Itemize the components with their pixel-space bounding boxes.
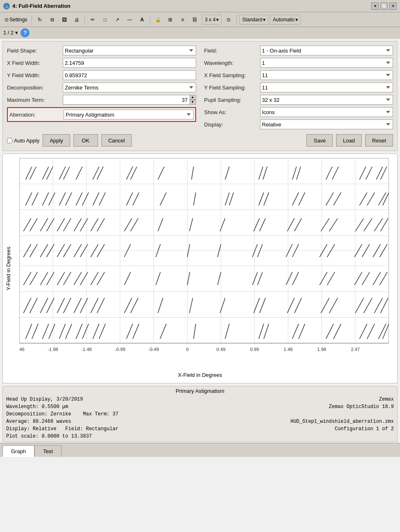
toolbar-separator [32, 15, 32, 24]
info-line-1: Head Up Display, 3/20/2019 [6, 396, 199, 403]
reset-view-button[interactable]: ⊙ [223, 14, 234, 25]
x-field-sampling-select[interactable]: 11 [260, 70, 393, 80]
restore-button[interactable]: ⬜ [380, 2, 388, 10]
show-as-select[interactable]: Icons [260, 107, 393, 117]
maximum-term-row: Maximum Term: ▲ ▼ [7, 95, 196, 105]
y-field-width-input[interactable] [63, 70, 196, 80]
nav-bar: 1 / 2 ▾ ? [0, 27, 400, 39]
copy-button[interactable]: ⧉ [47, 14, 57, 25]
field-select[interactable]: 1 - On-axis Field [260, 46, 393, 55]
title-bar: △ 4: Full-Field Aberration ▾ ⬜ ✕ [0, 0, 400, 12]
text-tool-button[interactable]: A [137, 14, 147, 25]
save-image-button[interactable]: 🖼 [59, 14, 70, 25]
refresh-button[interactable]: ↻ [34, 14, 45, 25]
display-select[interactable]: Relative [260, 119, 393, 129]
svg-text:0.99: 0.99 [250, 347, 259, 352]
svg-text:-0.49: -0.49 [149, 347, 159, 352]
x-axis-label: X-Field in Degrees [178, 372, 222, 378]
svg-text:1.48: 1.48 [283, 347, 293, 352]
field-shape-row: Field Shape: Rectangular [7, 46, 196, 55]
rect-button[interactable]: □ [100, 14, 110, 25]
toolbar: ⊙ Settings ↻ ⧉ 🖼 🖨 ✏ □ ↗ — A 🔒 ⊞ ≡ ⛓ 3 x… [0, 12, 400, 27]
pupil-sampling-select[interactable]: 32 x 32 [260, 95, 393, 105]
line-button[interactable]: — [124, 14, 135, 25]
cancel-button[interactable]: Cancel [101, 134, 132, 147]
pupil-sampling-label: Pupil Sampling: [204, 97, 258, 103]
info-right-line-1: Zemax [201, 396, 394, 403]
tab-graph[interactable]: Graph [2, 445, 34, 457]
info-right-line-4: HUD_Step1_windshield_aberration.zmx [201, 418, 394, 425]
spinbox-down-button[interactable]: ▼ [190, 100, 196, 105]
settings-panel: Field Shape: Rectangular X Field Width: … [2, 41, 398, 151]
svg-text:0.49: 0.49 [217, 347, 226, 352]
settings-left-col: Field Shape: Rectangular X Field Width: … [7, 46, 196, 129]
x-field-width-row: X Field Width: [7, 58, 196, 68]
reset-button[interactable]: Reset [365, 134, 393, 147]
chart-svg: 1.45 1.15 0.576 0 -0.576 -1.15 -1.43 -2.… [19, 158, 389, 360]
y-field-sampling-label: Y Field Sampling: [204, 85, 258, 91]
svg-text:2.47: 2.47 [351, 347, 360, 352]
standard-dropdown[interactable]: Standard ▾ [239, 15, 268, 25]
pupil-sampling-row: Pupil Sampling: 32 x 32 [204, 95, 393, 105]
toolbar-separator-4 [236, 15, 237, 24]
chart-container: Y-Field in Degrees [2, 154, 398, 383]
window-icon: △ [3, 3, 10, 9]
page-navigator[interactable]: 1 / 2 ▾ [3, 30, 18, 36]
load-button[interactable]: Load [336, 134, 362, 147]
display-row: Display: Relative [204, 119, 393, 129]
help-button[interactable]: ? [21, 28, 30, 37]
x-field-sampling-row: X Field Sampling: 11 [204, 70, 393, 80]
info-title: Primary Astigmatism [6, 388, 394, 394]
svg-text:-0.99: -0.99 [115, 347, 126, 352]
info-line-5: Display: Relative Field: Rectangular [6, 425, 199, 433]
save-button[interactable]: Save [306, 134, 333, 147]
decomposition-select[interactable]: Zernike Terms [63, 83, 196, 92]
automatic-dropdown[interactable]: Automatic ▾ [270, 15, 301, 25]
apply-button[interactable]: Apply [43, 134, 70, 147]
field-row: Field: 1 - On-axis Field [204, 46, 393, 55]
info-left: Head Up Display, 3/20/2019 Wavelength: 0… [6, 396, 199, 440]
aberration-label: Aberration: [9, 112, 61, 118]
grid-dropdown[interactable]: 3 x 4 ▾ [202, 15, 222, 25]
link-button[interactable]: ⛓ [190, 14, 200, 25]
x-field-width-input[interactable] [63, 58, 196, 68]
info-panel: Primary Astigmatism Head Up Display, 3/2… [2, 386, 398, 442]
close-button[interactable]: ✕ [389, 2, 397, 10]
pencil-button[interactable]: ✏ [87, 14, 98, 25]
decomposition-label: Decomposition: [7, 85, 60, 91]
tab-text[interactable]: Text [34, 445, 62, 457]
list-view-button[interactable]: ≡ [177, 14, 188, 25]
svg-text:-1.48: -1.48 [81, 347, 92, 352]
info-right-line-5: Configuration 1 of 2 [201, 425, 394, 433]
info-line-4: Average: 80.2466 waves [6, 418, 199, 425]
info-line-3: Decomposition: Zernike Max Term: 37 [6, 410, 199, 418]
svg-text:1.98: 1.98 [317, 347, 326, 352]
window-controls: ▾ ⬜ ✕ [371, 2, 397, 10]
wavelength-row: Wavelength: 1 [204, 58, 393, 68]
info-right: Zemax Zemax OpticStudio 18.9 HUD_Step1_w… [201, 396, 394, 440]
field-shape-select[interactable]: Rectangular [63, 46, 196, 55]
minimize-button[interactable]: ▾ [371, 2, 379, 10]
grid-view-button[interactable]: ⊞ [165, 14, 176, 25]
ok-button[interactable]: OK [73, 134, 98, 147]
print-button[interactable]: 🖨 [71, 14, 82, 25]
y-field-sampling-select[interactable]: 11 [260, 83, 393, 92]
spinbox-up-button[interactable]: ▲ [190, 95, 196, 100]
y-field-width-label: Y Field Width: [7, 72, 60, 78]
svg-text:0: 0 [186, 347, 188, 352]
arrow-button[interactable]: ↗ [112, 14, 123, 25]
maximum-term-input[interactable] [63, 95, 190, 105]
aberration-select[interactable]: Primary Astigmatism [64, 110, 194, 119]
bottom-tabs: Graph Text [0, 443, 400, 457]
settings-button[interactable]: ⊙ Settings [2, 14, 29, 25]
toolbar-separator-2 [85, 15, 85, 24]
toolbar-separator-3 [150, 15, 150, 24]
x-field-width-label: X Field Width: [7, 60, 60, 66]
auto-apply-check: Auto Apply [7, 138, 39, 144]
wavelength-label: Wavelength: [204, 60, 258, 66]
lock-button[interactable]: 🔒 [153, 14, 163, 25]
wavelength-select[interactable]: 1 [260, 58, 393, 68]
info-right-line-2: Zemax OpticStudio 18.9 [201, 403, 394, 410]
auto-apply-checkbox[interactable] [7, 138, 12, 143]
field-label: Field: [204, 48, 258, 54]
